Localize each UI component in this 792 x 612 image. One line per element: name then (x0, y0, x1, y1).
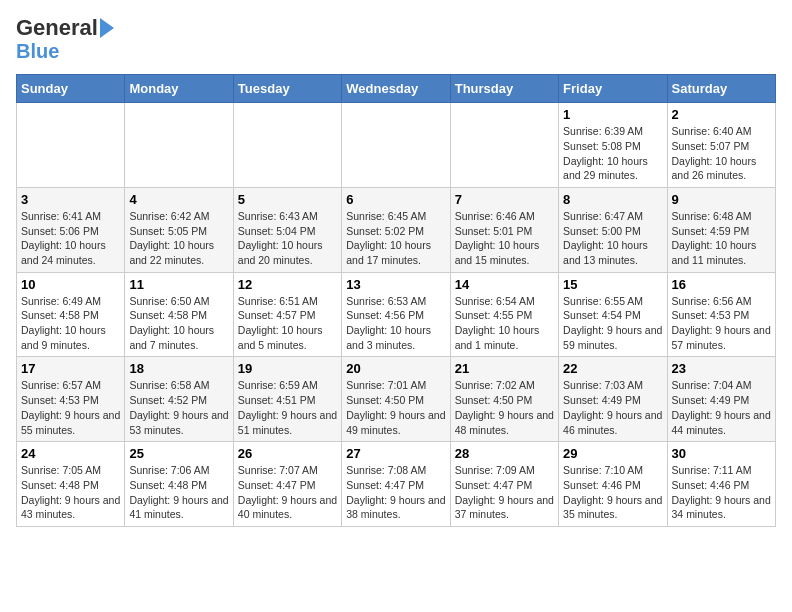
calendar-cell: 5Sunrise: 6:43 AM Sunset: 5:04 PM Daylig… (233, 187, 341, 272)
logo-blue: Blue (16, 40, 59, 62)
day-info: Sunrise: 6:39 AM Sunset: 5:08 PM Dayligh… (563, 124, 662, 183)
day-number: 4 (129, 192, 228, 207)
calendar-cell: 18Sunrise: 6:58 AM Sunset: 4:52 PM Dayli… (125, 357, 233, 442)
calendar-cell: 15Sunrise: 6:55 AM Sunset: 4:54 PM Dayli… (559, 272, 667, 357)
calendar-cell: 25Sunrise: 7:06 AM Sunset: 4:48 PM Dayli… (125, 442, 233, 527)
day-of-week-header: Saturday (667, 75, 775, 103)
header: General Blue (16, 16, 776, 62)
day-info: Sunrise: 7:01 AM Sunset: 4:50 PM Dayligh… (346, 378, 445, 437)
calendar-cell (450, 103, 558, 188)
day-info: Sunrise: 7:07 AM Sunset: 4:47 PM Dayligh… (238, 463, 337, 522)
day-info: Sunrise: 6:58 AM Sunset: 4:52 PM Dayligh… (129, 378, 228, 437)
calendar-cell: 26Sunrise: 7:07 AM Sunset: 4:47 PM Dayli… (233, 442, 341, 527)
calendar-body: 1Sunrise: 6:39 AM Sunset: 5:08 PM Daylig… (17, 103, 776, 527)
day-number: 18 (129, 361, 228, 376)
day-number: 6 (346, 192, 445, 207)
day-info: Sunrise: 6:43 AM Sunset: 5:04 PM Dayligh… (238, 209, 337, 268)
calendar-cell: 20Sunrise: 7:01 AM Sunset: 4:50 PM Dayli… (342, 357, 450, 442)
calendar-cell: 13Sunrise: 6:53 AM Sunset: 4:56 PM Dayli… (342, 272, 450, 357)
day-number: 11 (129, 277, 228, 292)
calendar-cell: 3Sunrise: 6:41 AM Sunset: 5:06 PM Daylig… (17, 187, 125, 272)
day-info: Sunrise: 7:03 AM Sunset: 4:49 PM Dayligh… (563, 378, 662, 437)
day-info: Sunrise: 7:05 AM Sunset: 4:48 PM Dayligh… (21, 463, 120, 522)
calendar-week-row: 3Sunrise: 6:41 AM Sunset: 5:06 PM Daylig… (17, 187, 776, 272)
day-info: Sunrise: 7:04 AM Sunset: 4:49 PM Dayligh… (672, 378, 771, 437)
calendar-week-row: 17Sunrise: 6:57 AM Sunset: 4:53 PM Dayli… (17, 357, 776, 442)
calendar-cell: 11Sunrise: 6:50 AM Sunset: 4:58 PM Dayli… (125, 272, 233, 357)
calendar-week-row: 24Sunrise: 7:05 AM Sunset: 4:48 PM Dayli… (17, 442, 776, 527)
calendar-cell (233, 103, 341, 188)
calendar-cell: 29Sunrise: 7:10 AM Sunset: 4:46 PM Dayli… (559, 442, 667, 527)
calendar-cell: 19Sunrise: 6:59 AM Sunset: 4:51 PM Dayli… (233, 357, 341, 442)
calendar-cell: 1Sunrise: 6:39 AM Sunset: 5:08 PM Daylig… (559, 103, 667, 188)
calendar-table: SundayMondayTuesdayWednesdayThursdayFrid… (16, 74, 776, 527)
day-number: 2 (672, 107, 771, 122)
day-info: Sunrise: 7:08 AM Sunset: 4:47 PM Dayligh… (346, 463, 445, 522)
day-info: Sunrise: 6:47 AM Sunset: 5:00 PM Dayligh… (563, 209, 662, 268)
day-info: Sunrise: 6:48 AM Sunset: 4:59 PM Dayligh… (672, 209, 771, 268)
day-number: 15 (563, 277, 662, 292)
calendar-cell: 12Sunrise: 6:51 AM Sunset: 4:57 PM Dayli… (233, 272, 341, 357)
calendar-cell: 14Sunrise: 6:54 AM Sunset: 4:55 PM Dayli… (450, 272, 558, 357)
calendar-header: SundayMondayTuesdayWednesdayThursdayFrid… (17, 75, 776, 103)
calendar-week-row: 10Sunrise: 6:49 AM Sunset: 4:58 PM Dayli… (17, 272, 776, 357)
calendar-cell: 10Sunrise: 6:49 AM Sunset: 4:58 PM Dayli… (17, 272, 125, 357)
header-row: SundayMondayTuesdayWednesdayThursdayFrid… (17, 75, 776, 103)
day-number: 10 (21, 277, 120, 292)
day-of-week-header: Sunday (17, 75, 125, 103)
day-info: Sunrise: 6:55 AM Sunset: 4:54 PM Dayligh… (563, 294, 662, 353)
calendar-cell: 4Sunrise: 6:42 AM Sunset: 5:05 PM Daylig… (125, 187, 233, 272)
day-number: 19 (238, 361, 337, 376)
day-number: 17 (21, 361, 120, 376)
day-number: 12 (238, 277, 337, 292)
day-info: Sunrise: 6:57 AM Sunset: 4:53 PM Dayligh… (21, 378, 120, 437)
day-number: 23 (672, 361, 771, 376)
day-number: 24 (21, 446, 120, 461)
calendar-week-row: 1Sunrise: 6:39 AM Sunset: 5:08 PM Daylig… (17, 103, 776, 188)
calendar-cell: 2Sunrise: 6:40 AM Sunset: 5:07 PM Daylig… (667, 103, 775, 188)
day-info: Sunrise: 7:06 AM Sunset: 4:48 PM Dayligh… (129, 463, 228, 522)
day-number: 5 (238, 192, 337, 207)
day-number: 1 (563, 107, 662, 122)
day-number: 7 (455, 192, 554, 207)
day-info: Sunrise: 6:50 AM Sunset: 4:58 PM Dayligh… (129, 294, 228, 353)
calendar-cell: 16Sunrise: 6:56 AM Sunset: 4:53 PM Dayli… (667, 272, 775, 357)
day-number: 26 (238, 446, 337, 461)
logo-arrow-icon (100, 18, 114, 38)
day-info: Sunrise: 6:46 AM Sunset: 5:01 PM Dayligh… (455, 209, 554, 268)
day-info: Sunrise: 7:09 AM Sunset: 4:47 PM Dayligh… (455, 463, 554, 522)
calendar-cell: 27Sunrise: 7:08 AM Sunset: 4:47 PM Dayli… (342, 442, 450, 527)
calendar-cell: 7Sunrise: 6:46 AM Sunset: 5:01 PM Daylig… (450, 187, 558, 272)
day-info: Sunrise: 6:45 AM Sunset: 5:02 PM Dayligh… (346, 209, 445, 268)
calendar-cell: 9Sunrise: 6:48 AM Sunset: 4:59 PM Daylig… (667, 187, 775, 272)
calendar-cell: 23Sunrise: 7:04 AM Sunset: 4:49 PM Dayli… (667, 357, 775, 442)
calendar-cell: 21Sunrise: 7:02 AM Sunset: 4:50 PM Dayli… (450, 357, 558, 442)
day-of-week-header: Monday (125, 75, 233, 103)
day-number: 25 (129, 446, 228, 461)
logo: General Blue (16, 16, 114, 62)
day-number: 9 (672, 192, 771, 207)
calendar-cell: 24Sunrise: 7:05 AM Sunset: 4:48 PM Dayli… (17, 442, 125, 527)
day-of-week-header: Thursday (450, 75, 558, 103)
day-of-week-header: Tuesday (233, 75, 341, 103)
day-of-week-header: Wednesday (342, 75, 450, 103)
day-info: Sunrise: 6:54 AM Sunset: 4:55 PM Dayligh… (455, 294, 554, 353)
day-of-week-header: Friday (559, 75, 667, 103)
day-info: Sunrise: 7:02 AM Sunset: 4:50 PM Dayligh… (455, 378, 554, 437)
day-number: 27 (346, 446, 445, 461)
day-info: Sunrise: 6:51 AM Sunset: 4:57 PM Dayligh… (238, 294, 337, 353)
day-info: Sunrise: 7:10 AM Sunset: 4:46 PM Dayligh… (563, 463, 662, 522)
logo-general: General (16, 16, 98, 40)
calendar-cell: 28Sunrise: 7:09 AM Sunset: 4:47 PM Dayli… (450, 442, 558, 527)
day-number: 30 (672, 446, 771, 461)
calendar-cell: 30Sunrise: 7:11 AM Sunset: 4:46 PM Dayli… (667, 442, 775, 527)
day-info: Sunrise: 6:40 AM Sunset: 5:07 PM Dayligh… (672, 124, 771, 183)
calendar-cell: 22Sunrise: 7:03 AM Sunset: 4:49 PM Dayli… (559, 357, 667, 442)
calendar-cell: 17Sunrise: 6:57 AM Sunset: 4:53 PM Dayli… (17, 357, 125, 442)
day-number: 14 (455, 277, 554, 292)
calendar-cell: 8Sunrise: 6:47 AM Sunset: 5:00 PM Daylig… (559, 187, 667, 272)
calendar-cell (125, 103, 233, 188)
calendar-cell: 6Sunrise: 6:45 AM Sunset: 5:02 PM Daylig… (342, 187, 450, 272)
day-info: Sunrise: 7:11 AM Sunset: 4:46 PM Dayligh… (672, 463, 771, 522)
day-info: Sunrise: 6:41 AM Sunset: 5:06 PM Dayligh… (21, 209, 120, 268)
